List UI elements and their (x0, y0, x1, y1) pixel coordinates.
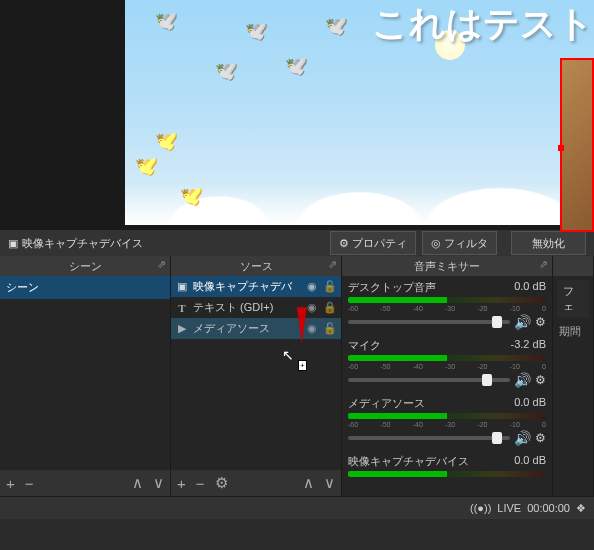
panel-header: 音声ミキサー⇗ (342, 256, 552, 276)
transitions-panel: フェ 期間 (553, 256, 594, 496)
panel-header: シーン⇗ (0, 256, 170, 276)
lock-toggle[interactable]: 🔓 (323, 280, 337, 293)
bird-icon: 🕊️ (215, 60, 237, 82)
overlay-text: これはテスト (372, 0, 594, 49)
volume-slider[interactable] (348, 320, 510, 324)
cloud-graphic (125, 125, 594, 225)
panel-body: フェ 期間 (553, 276, 593, 496)
mixer-name: メディアソース (348, 396, 425, 411)
filters-button[interactable]: ◎フィルタ (422, 231, 497, 255)
meter-ticks: -60-50-40-30-20-100 (348, 421, 546, 428)
dock-panels: シーン⇗ シーン + − ∧ ∨ ソース⇗ ▣ 映像キャプチャデバ ◉ 🔓 T … (0, 256, 594, 496)
selection-box[interactable] (560, 58, 594, 232)
source-item[interactable]: ▣ 映像キャプチャデバ ◉ 🔓 (171, 276, 341, 297)
mixer-item: マイク-3.2 dB -60-50-40-30-20-100 🔊⚙ (348, 338, 546, 388)
volume-slider[interactable] (348, 378, 510, 382)
settings-icon[interactable]: ❖ (576, 502, 586, 515)
move-down-button[interactable]: ∨ (153, 474, 164, 492)
mixer-db: 0.0 dB (514, 396, 546, 411)
mixer-item: メディアソース0.0 dB -60-50-40-30-20-100 🔊⚙ (348, 396, 546, 446)
gear-icon[interactable]: ⚙ (535, 373, 546, 387)
camera-icon: ▣ (8, 237, 18, 250)
bird-icon: 🕊️ (180, 185, 202, 207)
undock-icon[interactable]: ⇗ (539, 258, 548, 271)
bird-icon: 🕊️ (155, 10, 177, 32)
speaker-icon[interactable]: 🔊 (514, 314, 531, 330)
mixer-db: 0.0 dB (514, 454, 546, 469)
undock-icon[interactable]: ⇗ (328, 258, 337, 271)
transition-item[interactable]: フェ (557, 280, 589, 318)
lock-toggle[interactable]: 🔓 (323, 322, 337, 335)
slider-thumb[interactable] (482, 374, 492, 386)
source-item[interactable]: ▶ メディアソース ◉ 🔓 (171, 318, 341, 339)
source-name: 映像キャプチャデバ (193, 279, 301, 294)
panel-header (553, 256, 593, 276)
add-button[interactable]: + (6, 475, 15, 492)
sources-list[interactable]: ▣ 映像キャプチャデバ ◉ 🔓 T テキスト (GDI+) ◉ 🔒 ▶ メディア… (171, 276, 341, 470)
source-name: メディアソース (193, 321, 301, 336)
undock-icon[interactable]: ⇗ (157, 258, 166, 271)
audio-meter (348, 297, 546, 303)
play-icon: ▶ (175, 322, 189, 335)
mixer-db: 0.0 dB (514, 280, 546, 295)
btn-label: プロパティ (352, 236, 407, 251)
mixer-name: マイク (348, 338, 381, 353)
preview-canvas[interactable]: 🕊️ 🕊️ 🕊️ 🕊️ 🕊️ 🕊️ 🕊️ 🕊️ これはテスト (125, 0, 594, 225)
btn-label: 無効化 (532, 236, 565, 251)
slider-thumb[interactable] (492, 316, 502, 328)
selected-source-label: ▣ 映像キャプチャデバイス (8, 236, 143, 251)
audio-mixer-panel: 音声ミキサー⇗ デスクトップ音声0.0 dB -60-50-40-30-20-1… (342, 256, 553, 496)
mixer-list: デスクトップ音声0.0 dB -60-50-40-30-20-100 🔊⚙ マイ… (342, 276, 552, 496)
settings-button[interactable]: ⚙ (215, 474, 228, 492)
gear-icon[interactable]: ⚙ (535, 431, 546, 445)
mixer-name: デスクトップ音声 (348, 280, 436, 295)
panel-title: シーン (69, 259, 102, 274)
context-toolbar: ▣ 映像キャプチャデバイス ⚙プロパティ ◎フィルタ 無効化 (0, 230, 594, 256)
live-time: 00:00:00 (527, 502, 570, 514)
mixer-name: 映像キャプチャデバイス (348, 454, 469, 469)
btn-label: フィルタ (444, 236, 488, 251)
slider-thumb[interactable] (492, 432, 502, 444)
panel-title: 音声ミキサー (414, 259, 480, 274)
panel-title: ソース (240, 259, 273, 274)
move-down-button[interactable]: ∨ (324, 474, 335, 492)
duration-label: 期間 (553, 318, 593, 345)
visibility-toggle[interactable]: ◉ (305, 301, 319, 314)
source-item[interactable]: T テキスト (GDI+) ◉ 🔒 (171, 297, 341, 318)
audio-meter (348, 413, 546, 419)
remove-button[interactable]: − (25, 475, 34, 492)
audio-meter (348, 355, 546, 361)
sources-panel: ソース⇗ ▣ 映像キャプチャデバ ◉ 🔓 T テキスト (GDI+) ◉ 🔒 ▶… (171, 256, 342, 496)
gear-icon: ⚙ (339, 237, 349, 250)
scene-item[interactable]: シーン (0, 276, 170, 299)
scenes-toolbar: + − ∧ ∨ (0, 470, 170, 496)
panel-header: ソース⇗ (171, 256, 341, 276)
speaker-icon[interactable]: 🔊 (514, 372, 531, 388)
lock-toggle[interactable]: 🔒 (323, 301, 337, 314)
volume-slider[interactable] (348, 436, 510, 440)
visibility-toggle[interactable]: ◉ (305, 280, 319, 293)
bird-icon: 🕊️ (325, 15, 347, 37)
bird-icon: 🕊️ (245, 20, 267, 42)
bird-icon: 🕊️ (135, 155, 157, 177)
audio-meter (348, 471, 546, 477)
scenes-panel: シーン⇗ シーン + − ∧ ∨ (0, 256, 171, 496)
resize-handle[interactable] (558, 145, 564, 151)
add-button[interactable]: + (177, 475, 186, 492)
filter-icon: ◎ (431, 237, 441, 250)
bird-icon: 🕊️ (285, 55, 307, 77)
move-up-button[interactable]: ∧ (303, 474, 314, 492)
meter-ticks: -60-50-40-30-20-100 (348, 363, 546, 370)
meter-ticks: -60-50-40-30-20-100 (348, 305, 546, 312)
properties-button[interactable]: ⚙プロパティ (330, 231, 416, 255)
remove-button[interactable]: − (196, 475, 205, 492)
disable-button[interactable]: 無効化 (511, 231, 586, 255)
mixer-db: -3.2 dB (511, 338, 546, 353)
move-up-button[interactable]: ∧ (132, 474, 143, 492)
gear-icon[interactable]: ⚙ (535, 315, 546, 329)
speaker-icon[interactable]: 🔊 (514, 430, 531, 446)
visibility-toggle[interactable]: ◉ (305, 322, 319, 335)
scenes-list[interactable]: シーン (0, 276, 170, 470)
text-icon: T (175, 302, 189, 314)
mixer-item: デスクトップ音声0.0 dB -60-50-40-30-20-100 🔊⚙ (348, 280, 546, 330)
